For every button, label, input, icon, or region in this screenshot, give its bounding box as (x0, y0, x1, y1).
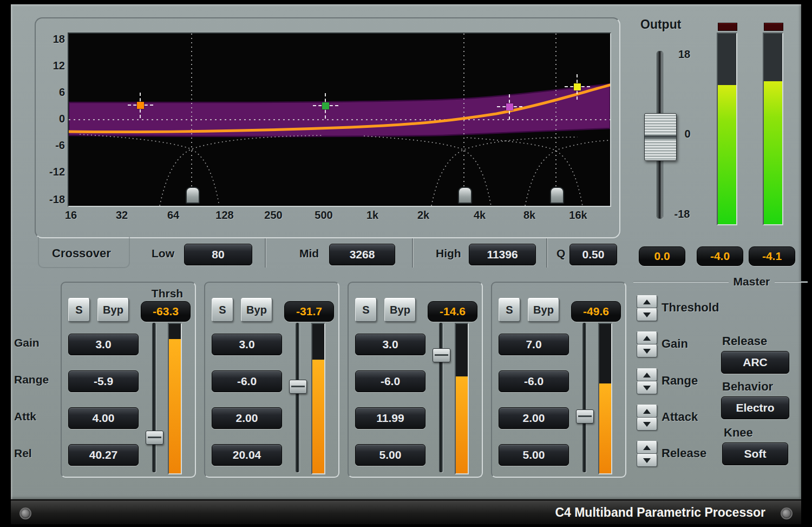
band-4-control-point[interactable] (574, 83, 581, 90)
band-2-gain-value[interactable]: 3.0 (212, 334, 282, 355)
knee-label: Knee (724, 426, 753, 440)
frequency-response-graph[interactable] (68, 32, 611, 207)
release-row-label: Rel (14, 443, 32, 464)
c4-plugin-window: 18 12 6 0 -6 -12 -18 (0, 0, 812, 527)
band-3-release-value[interactable]: 5.00 (355, 444, 425, 466)
band-4-slider-thumb[interactable] (576, 409, 594, 424)
band-2-threshold-slider[interactable] (288, 323, 307, 472)
attack-down-button[interactable] (637, 418, 657, 431)
band-1-control-point[interactable] (137, 102, 144, 109)
peak-readout-left[interactable]: -4.0 (697, 246, 743, 266)
band-4-range-value[interactable]: -6.0 (499, 370, 569, 392)
band-2-control-point[interactable] (322, 102, 329, 109)
y-tick: -6 (39, 139, 65, 152)
band-2-slider-thumb[interactable] (289, 380, 307, 394)
threshold-up-button[interactable] (637, 295, 657, 308)
output-fader[interactable] (642, 51, 678, 218)
fader-scale-bottom: -18 (669, 208, 695, 220)
band-4-bypass-button[interactable]: Byp (528, 298, 559, 322)
crossover-mid-value[interactable]: 3268 (329, 244, 395, 265)
band-4-gain-value[interactable]: 7.0 (499, 334, 569, 355)
band-1-gain-value[interactable]: 3.0 (68, 334, 139, 355)
band-3-threshold-display[interactable]: -14.6 (428, 301, 477, 322)
band-1-range-value[interactable]: -5.9 (68, 370, 139, 392)
band-2-threshold-display[interactable]: -31.7 (284, 301, 334, 322)
output-fader-handle[interactable] (644, 113, 677, 161)
band-2-point-square[interactable] (322, 102, 329, 109)
band-3-bypass-button[interactable]: Byp (384, 298, 416, 322)
crossover-handle-low[interactable] (186, 187, 200, 204)
output-meter-left (717, 32, 737, 225)
band-3-slider-track[interactable] (439, 323, 443, 472)
range-up-button[interactable] (637, 368, 657, 381)
band-1-panel: Thrsh S Byp -63.3 3.0 -5.9 4.00 40.27 (61, 282, 196, 478)
down-arrow-icon (643, 313, 651, 317)
output-gain-readout[interactable]: 0.0 (639, 246, 685, 266)
knee-button[interactable]: Soft (722, 443, 788, 465)
x-tick: 1k (366, 209, 378, 222)
crossover-low-value[interactable]: 80 (184, 244, 252, 265)
gain-down-button[interactable] (637, 344, 657, 357)
band-1-point-square[interactable] (137, 102, 144, 109)
peak-readout-right[interactable]: -4.1 (749, 246, 795, 266)
band-3-point-square[interactable] (506, 103, 513, 110)
section-divider (412, 238, 413, 268)
band-1-bypass-button[interactable]: Byp (97, 298, 129, 322)
band-4-attack-value[interactable]: 2.00 (499, 407, 569, 429)
gain-row-label: Gain (14, 333, 40, 353)
band-1-release-value[interactable]: 40.27 (68, 444, 139, 466)
band-3-solo-button[interactable]: S (355, 298, 377, 322)
range-down-button[interactable] (637, 381, 657, 394)
band-3-threshold-slider[interactable] (431, 323, 451, 472)
footer-bar: C4 Multiband Parametric Processor (11, 499, 801, 524)
release-down-button[interactable] (637, 454, 657, 467)
band-1-threshold-display[interactable]: -63.3 (141, 301, 191, 322)
crossover-handle-mid[interactable] (458, 187, 472, 204)
x-tick: 16k (569, 209, 587, 222)
band-2-range-value[interactable]: -6.0 (212, 370, 282, 392)
band-4-point-square[interactable] (574, 83, 581, 90)
crossover-high-value[interactable]: 11396 (469, 244, 536, 265)
band-3-attack-value[interactable]: 11.99 (355, 407, 425, 429)
band-4-solo-button[interactable]: S (499, 298, 520, 322)
band-2-bypass-button[interactable]: Byp (241, 298, 272, 322)
band-3-slider-thumb[interactable] (433, 348, 450, 362)
band-1-solo-button[interactable]: S (68, 298, 90, 322)
crossover-handle-high[interactable] (550, 187, 564, 204)
band-1-threshold-slider[interactable] (145, 323, 164, 472)
divider-line (633, 281, 729, 283)
band-4-threshold-slider[interactable] (575, 323, 594, 472)
release-up-button[interactable] (637, 441, 657, 454)
section-divider (265, 238, 266, 268)
band-3-gain-value[interactable]: 3.0 (355, 334, 425, 355)
band-1-attack-value[interactable]: 4.00 (68, 407, 139, 429)
crossover-high-label: High (436, 247, 461, 260)
behavior-button[interactable]: Electro (721, 396, 789, 419)
q-value[interactable]: 0.50 (569, 244, 617, 265)
band-2-slider-track[interactable] (296, 323, 299, 472)
release-mode-button[interactable]: ARC (721, 351, 789, 374)
band-1-slider-track[interactable] (152, 323, 156, 472)
band-1-level-meter (168, 323, 182, 474)
band-4-threshold-display[interactable]: -49.6 (571, 301, 621, 322)
band-2-release-value[interactable]: 20.04 (212, 444, 282, 466)
band-3-panel: S Byp -14.6 3.0 -6.0 11.99 5.00 (348, 282, 483, 478)
band-2-meter-fill (312, 360, 324, 473)
band-3-control-point[interactable] (506, 103, 513, 110)
down-arrow-icon (643, 422, 651, 427)
y-tick: 0 (39, 113, 65, 125)
band-2-attack-value[interactable]: 2.00 (212, 407, 282, 429)
band-1-slider-thumb[interactable] (146, 431, 163, 445)
gain-up-button[interactable] (637, 331, 657, 344)
band-2-solo-button[interactable]: S (212, 298, 233, 322)
band-4-release-value[interactable]: 5.00 (499, 444, 569, 466)
filter-skirt-curves (80, 134, 610, 206)
master-range-label: Range (662, 368, 698, 393)
band-4-slider-track[interactable] (582, 323, 586, 472)
y-tick: -18 (39, 193, 65, 206)
x-tick: 2k (417, 209, 429, 222)
band-3-range-value[interactable]: -6.0 (355, 370, 425, 392)
threshold-down-button[interactable] (637, 308, 657, 321)
master-range-spinner (637, 368, 656, 393)
attack-up-button[interactable] (637, 405, 657, 418)
